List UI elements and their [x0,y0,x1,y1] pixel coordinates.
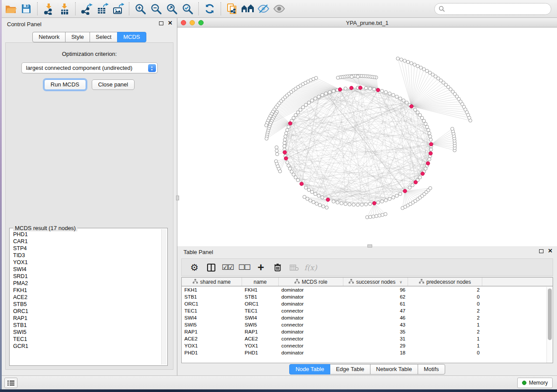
table-row[interactable]: YOX1YOX1connector291 [182,342,553,349]
mcds-result-item[interactable]: SWI4 [10,266,161,273]
table-options-gear-icon[interactable]: ⚙ [187,261,202,275]
float-table-panel-icon[interactable] [539,249,543,253]
column-header-MCDS-role[interactable]: MCDS role [279,278,343,286]
import-network-icon[interactable] [41,1,56,16]
table-row[interactable]: TEC1TEC1connector472 [182,307,553,314]
mcds-result-item[interactable]: STP4 [10,245,161,252]
network-column-icon [193,279,198,285]
mcds-tab-content: Optimization criterion: largest connecte… [5,42,173,370]
show-columns-icon[interactable] [204,261,218,275]
column-header-shared-name[interactable]: shared name [182,278,242,286]
tab-mcds[interactable]: MCDS [117,32,146,42]
cell-shared-name: FKH1 [182,287,242,292]
mcds-result-item[interactable]: ORC1 [10,308,161,315]
select-all-rows-icon[interactable]: ☑☑ [220,261,235,275]
task-history-button[interactable] [4,378,17,388]
tab-select[interactable]: Select [90,32,118,42]
add-column-icon[interactable]: + [253,261,268,275]
column-label: name [253,279,266,285]
import-table-icon[interactable] [56,1,72,16]
mcds-result-item[interactable]: YOX1 [10,259,161,266]
table-scrollbar-thumb[interactable] [548,289,552,340]
mcds-result-item[interactable]: GCR1 [10,343,161,350]
run-mcds-button[interactable]: Run MCDS [44,79,86,90]
table-scrollbar[interactable] [547,287,553,363]
bottom-splitter-handle[interactable] [367,244,372,248]
table-row[interactable]: PHD1PHD1dominator180 [182,349,553,356]
tab-style[interactable]: Style [65,32,90,42]
mcds-result-scrollbar[interactable] [161,229,166,364]
tab-network[interactable]: Network [32,32,66,42]
delete-columns-icon[interactable] [270,261,285,275]
search-input[interactable] [445,5,547,13]
deselect-all-rows-icon[interactable]: ☐☐ [237,261,252,275]
mcds-result-item[interactable]: ACE2 [10,294,161,301]
close-panel-icon[interactable]: ✕ [168,21,173,25]
mcds-result-item[interactable]: PHD1 [10,231,161,238]
table-row[interactable]: ACE2ACE2connector311 [182,335,553,342]
mcds-result-item[interactable]: TEC1 [10,336,161,343]
mcds-result-item[interactable]: PMA2 [10,280,161,287]
zoom-in-icon[interactable] [132,1,148,16]
mcds-result-item[interactable]: STB1 [10,322,161,329]
export-network-icon[interactable] [79,1,94,16]
table-row[interactable]: RAP1RAP1dominator352 [182,328,553,335]
zoom-out-icon[interactable] [148,1,164,16]
network-view-titlebar[interactable]: YPA_prune.txt_1 [177,18,557,28]
show-all-icon[interactable] [271,1,287,16]
export-table-icon[interactable] [94,1,110,16]
save-session-icon[interactable] [18,1,34,16]
network-canvas[interactable] [177,28,557,246]
table-tab-network-table[interactable]: Network Table [370,364,418,375]
mcds-result-item[interactable]: SWI5 [10,329,161,336]
cell-shared-name: TEC1 [182,308,242,313]
column-header-name[interactable]: name [242,278,279,286]
close-panel-button[interactable]: Close panel [92,79,135,90]
table-row[interactable]: SWI4SWI4dominator462 [182,314,553,321]
toolbar-separator [129,2,129,15]
column-header-successor-nodes[interactable]: successor nodes∨ [343,278,408,286]
table-panel: Table Panel ✕ ⚙ ☑☑ ☐☐ + f(x) shared name… [177,246,557,375]
new-network-from-selection-icon[interactable] [224,1,240,16]
cell-name: SWI5 [242,322,279,327]
zoom-selected-icon[interactable] [180,1,195,16]
table-tab-node-table[interactable]: Node Table [289,364,330,375]
table-row[interactable]: ORC1ORC1dominator610 [182,300,553,307]
table-row[interactable]: SWI5SWI5connector431 [182,321,553,328]
mcds-result-list[interactable]: PHD1CAR1STP4TID3YOX1SWI4SRD1PMA2FKH1ACE2… [10,231,161,364]
column-label: shared name [200,279,231,285]
cell-predecessor-nodes: 1 [408,336,482,341]
optimization-criterion-select[interactable]: largest connected component (undirected)… [21,62,158,73]
column-label: MCDS role [302,279,328,285]
mcds-result-item[interactable]: TID3 [10,252,161,259]
column-header-predecessor-nodes[interactable]: predecessor nodes [408,278,482,286]
cell-predecessor-nodes: 2 [408,315,482,320]
table-row[interactable]: FKH1FKH1dominator962 [182,286,553,293]
open-file-icon[interactable] [3,1,18,16]
cell-name: RAP1 [242,329,279,334]
refresh-layout-icon[interactable] [202,1,218,16]
cell-name: ACE2 [242,336,279,341]
mcds-result-item[interactable]: RAP1 [10,315,161,322]
zoom-fit-icon[interactable] [164,1,180,16]
table-tab-edge-table[interactable]: Edge Table [330,364,370,375]
cell-name: ORC1 [242,301,279,306]
export-image-icon[interactable] [110,1,126,16]
first-neighbors-icon[interactable] [240,1,256,16]
memory-button[interactable]: Memory [517,378,553,388]
mcds-result-item[interactable]: FKH1 [10,287,161,294]
hide-selected-icon[interactable] [256,1,271,16]
toolbar-separator [198,2,199,15]
search-icon [439,6,445,12]
table-tab-motifs[interactable]: Motifs [418,364,445,375]
mcds-result-item[interactable]: STB5 [10,301,161,308]
left-splitter-handle[interactable] [176,196,179,200]
float-panel-icon[interactable] [159,21,163,25]
close-table-panel-icon[interactable]: ✕ [548,249,553,253]
table-row[interactable]: STB1STB1dominator620 [182,293,553,300]
network-view-title: YPA_prune.txt_1 [177,20,557,26]
cell-predecessor-nodes: 2 [408,287,482,292]
mcds-result-item[interactable]: CAR1 [10,238,161,245]
mcds-result-item[interactable]: SRD1 [10,273,161,280]
select-stepper-icon: ▲▼ [148,64,156,72]
